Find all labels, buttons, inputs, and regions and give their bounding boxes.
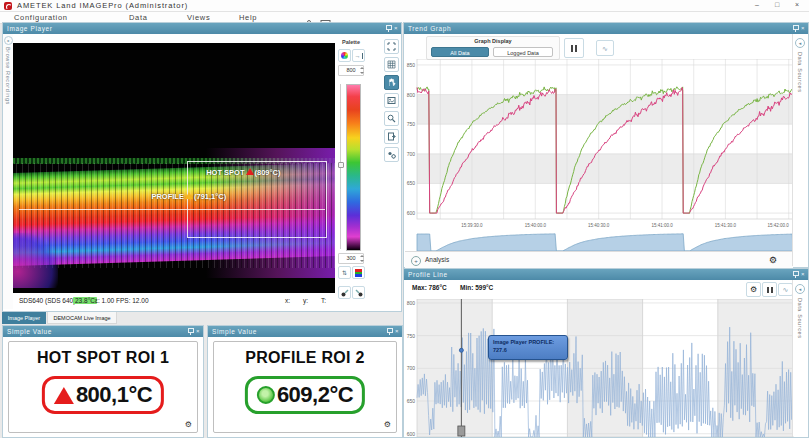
- close-panel-icon[interactable]: ×: [394, 25, 398, 32]
- palette-min-value: 300: [346, 255, 355, 261]
- spinner-arrows-icon[interactable]: [360, 67, 364, 74]
- svg-text:750: 750: [407, 333, 416, 339]
- svg-text:800: 800: [407, 300, 416, 306]
- roi-2-title: PROFILE ROI 2: [214, 349, 396, 367]
- profile-roi-line[interactable]: [19, 209, 325, 210]
- browse-expand-icon[interactable]: ▸: [4, 36, 13, 45]
- profile-text: PROFILE: [151, 192, 184, 201]
- maximize-button[interactable]: □: [769, 0, 785, 10]
- pick-high-color-button[interactable]: [352, 286, 365, 299]
- tab-democam-live-image[interactable]: DEMOCAM Live Image: [47, 312, 117, 324]
- simple-value-2-header[interactable]: Simple Value ×: [208, 326, 402, 337]
- app-window: AMETEK Land IMAGEPro (Administrator) – □…: [0, 0, 809, 438]
- trend-chart[interactable]: 85080075070065060015:39:30.015:40:00.015…: [405, 59, 795, 251]
- pick-low-color-button[interactable]: [338, 286, 351, 299]
- data-sources-tab[interactable]: Data Sources: [797, 52, 803, 93]
- rgb-palette-button[interactable]: [352, 266, 365, 279]
- trend-graph-title: Trend Graph: [408, 25, 451, 32]
- tab-image-player[interactable]: Image Player: [2, 312, 46, 324]
- data-sources-tab[interactable]: Data Sources: [797, 298, 803, 339]
- fps-value: FPS: 12.00: [116, 297, 149, 304]
- data-sources-strip: ◂ Data Sources: [792, 280, 807, 436]
- minimize-button[interactable]: –: [749, 0, 765, 10]
- palette-min-spinner[interactable]: 300: [338, 253, 364, 264]
- alarm-triangle-icon: [54, 387, 74, 404]
- thermal-image[interactable]: HOT SPOT(809°C) PROFILE(791,1°C): [13, 43, 335, 293]
- profile-triangle-icon: [185, 192, 193, 199]
- connection-icon[interactable]: [301, 14, 312, 22]
- close-panel-icon[interactable]: ×: [801, 25, 805, 32]
- profile-smoothing-button[interactable]: ∿: [778, 283, 793, 296]
- zoom-region-button[interactable]: [384, 111, 399, 126]
- hot-spot-value-card: HOT SPOT ROI 1 800,1°C ⚙: [8, 341, 198, 433]
- palette-max-spinner[interactable]: 800: [338, 65, 364, 76]
- palette-gradient-bar[interactable]: [346, 84, 361, 251]
- graph-display-group: Graph Display All Data Logged Data: [426, 36, 560, 60]
- trend-graph-header[interactable]: Trend Graph ×: [404, 23, 808, 34]
- expand-data-sources-icon[interactable]: ◂: [795, 38, 805, 48]
- pin-icon[interactable]: [793, 271, 798, 278]
- fit-to-window-button[interactable]: [384, 39, 399, 54]
- gear-icon[interactable]: ⚙: [185, 421, 192, 429]
- export-data-button[interactable]: [384, 129, 399, 144]
- smoothing-button[interactable]: ∿: [596, 40, 614, 56]
- logged-data-button[interactable]: Logged Data: [493, 47, 553, 57]
- pin-icon[interactable]: [793, 25, 798, 32]
- palette-slider-track[interactable]: [340, 84, 341, 249]
- snapshot-image-button[interactable]: [384, 93, 399, 108]
- image-player-title: Image Player: [7, 25, 53, 32]
- spinner-arrows-icon[interactable]: [360, 255, 364, 262]
- close-button[interactable]: ×: [789, 0, 805, 10]
- menu-data[interactable]: Data: [129, 13, 148, 22]
- browse-recordings-tab[interactable]: Browse Recordings: [5, 47, 11, 105]
- invert-palette-button[interactable]: ⇅: [338, 266, 351, 279]
- pan-hand-button[interactable]: [384, 75, 399, 90]
- cursor-t-label: T:: [321, 297, 326, 304]
- svg-text:600: 600: [407, 210, 416, 216]
- pin-icon[interactable]: [386, 25, 391, 32]
- pause-button[interactable]: [564, 38, 584, 58]
- svg-text:750: 750: [407, 121, 416, 127]
- image-player-header[interactable]: Image Player ×: [3, 23, 401, 34]
- profile-chart[interactable]: 800750700650600: [405, 299, 795, 437]
- gear-icon[interactable]: ⚙: [769, 255, 777, 265]
- profile-settings-button[interactable]: ⚙: [746, 282, 761, 297]
- profile-pause-button[interactable]: [762, 282, 777, 297]
- profile-line-header[interactable]: Profile Line ×: [404, 269, 808, 280]
- pin-icon[interactable]: [188, 328, 193, 335]
- svg-text:650: 650: [407, 398, 416, 404]
- svg-text:15:42:00.0: 15:42:00.0: [767, 223, 789, 228]
- cursor-x-label: x:: [285, 297, 290, 304]
- pin-icon[interactable]: [387, 328, 392, 335]
- auto-scale-button[interactable]: →: [352, 49, 365, 62]
- expand-analysis-icon[interactable]: +: [411, 256, 421, 266]
- grid-view-button[interactable]: [384, 57, 399, 72]
- expand-data-sources-icon[interactable]: ◂: [795, 284, 805, 294]
- close-panel-icon[interactable]: ×: [395, 328, 399, 335]
- close-panel-icon[interactable]: ×: [196, 328, 200, 335]
- all-data-button[interactable]: All Data: [431, 47, 489, 57]
- menu-configuration[interactable]: Configuration: [14, 13, 68, 22]
- status-ok-circle-icon: [257, 386, 275, 404]
- analysis-label: Analysis: [425, 256, 449, 263]
- palette-panel: Palette → 800 300 ⇅: [337, 37, 365, 305]
- display-icon[interactable]: [320, 14, 331, 22]
- menu-help[interactable]: Help: [239, 13, 257, 22]
- simple-value-1-header[interactable]: Simple Value ×: [3, 326, 203, 337]
- palette-max-value: 800: [346, 67, 355, 73]
- pause-icon: [767, 287, 773, 293]
- roi-marker-settings-button[interactable]: [384, 147, 399, 162]
- svg-text:15:40:30.0: 15:40:30.0: [588, 223, 610, 228]
- close-panel-icon[interactable]: ×: [801, 271, 805, 278]
- svg-text:15:41:30.0: 15:41:30.0: [715, 223, 737, 228]
- browse-recordings-strip: ▸ Browse Recordings: [3, 34, 13, 309]
- wave-icon: ∿: [783, 286, 789, 293]
- menu-views[interactable]: Views: [187, 13, 210, 22]
- svg-text:700: 700: [407, 365, 416, 371]
- emissivity-value: ε: 1.00: [95, 297, 114, 304]
- svg-text:650: 650: [407, 180, 416, 186]
- gear-icon[interactable]: ⚙: [384, 421, 391, 429]
- palette-select-button[interactable]: [338, 49, 351, 62]
- hot-spot-temp: (809°C): [255, 168, 281, 177]
- palette-slider-handle[interactable]: [338, 162, 344, 168]
